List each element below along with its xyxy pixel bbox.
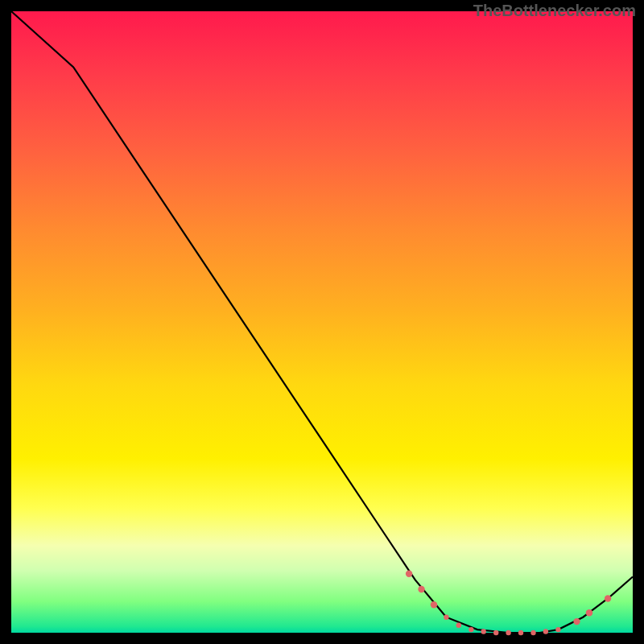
marker-dot: [605, 595, 611, 601]
chart-svg: [11, 11, 633, 633]
curve-line: [11, 11, 633, 633]
marker-dot: [456, 623, 461, 628]
marker-dot: [506, 630, 510, 635]
marker-dot: [530, 630, 535, 635]
marker-dot: [406, 571, 412, 577]
marker-dot: [418, 586, 424, 592]
marker-dot: [586, 609, 592, 616]
marker-dot: [518, 630, 523, 635]
marker-dot: [493, 630, 498, 635]
attribution-text: TheBottlenecker.com: [473, 2, 636, 20]
marker-dot: [555, 627, 560, 632]
curve-markers: [406, 571, 611, 636]
marker-dot: [573, 618, 580, 625]
marker-dot: [431, 601, 437, 608]
marker-dot: [481, 629, 486, 634]
marker-dot: [543, 629, 548, 634]
marker-dot: [469, 627, 473, 632]
marker-dot: [444, 615, 448, 620]
